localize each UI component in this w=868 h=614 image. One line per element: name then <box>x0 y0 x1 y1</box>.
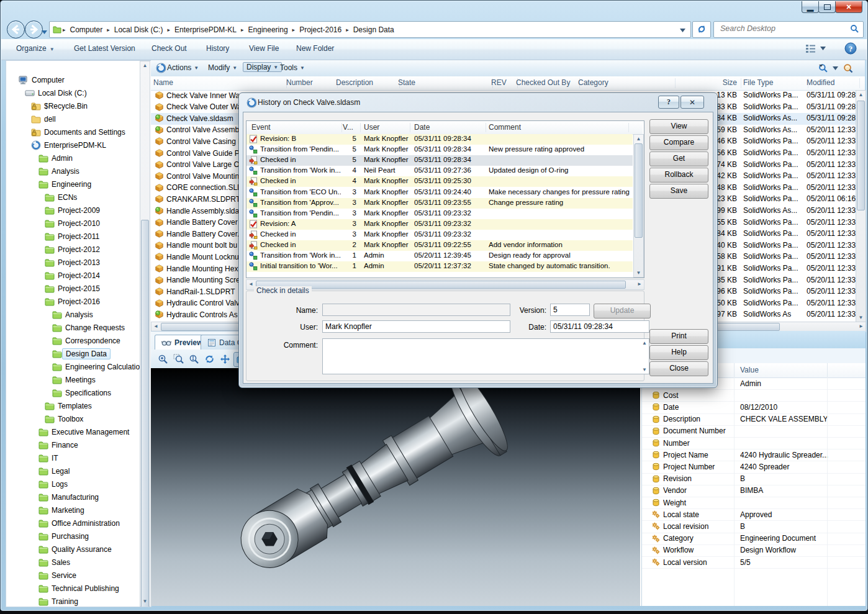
preview-tool-pan[interactable] <box>218 352 232 366</box>
column-header-modified[interactable]: Modified <box>807 78 860 88</box>
property-row[interactable]: Cost <box>642 389 866 402</box>
address-bar[interactable]: ▸Computer▸Local Disk (C:)▸EnterprisePDM-… <box>49 21 691 38</box>
tree-item-project-2015[interactable]: Project-2015 <box>45 282 100 295</box>
history-event-row[interactable]: Transition from 'Pendin...3Mark Knopfler… <box>246 209 633 219</box>
property-row[interactable]: VendorBIMBA <box>642 485 866 497</box>
breadcrumb-item[interactable]: Local Disk (C:) <box>111 25 167 34</box>
event-column-user[interactable]: User <box>364 123 410 132</box>
search-icon[interactable] <box>850 24 859 35</box>
history-event-row[interactable]: Transition from 'Pendin...5Mark Knopfler… <box>246 145 633 155</box>
history-event-row[interactable]: Checked in2Mark Knopfler05/31/11 09:22:5… <box>246 240 633 251</box>
compare-button[interactable]: Compare <box>649 135 708 150</box>
file-list-vscrollbar[interactable]: ▲ ▼ <box>856 90 866 323</box>
help-button[interactable]: Help <box>649 345 708 360</box>
property-row[interactable]: Local revisionB <box>642 520 866 533</box>
update-button[interactable]: Update <box>594 304 651 318</box>
menu-display[interactable]: Display▼ <box>243 62 282 72</box>
history-event-row[interactable]: Initial transition to 'Wor...1Admin05/20… <box>246 261 633 272</box>
address-dropdown-icon[interactable] <box>680 25 685 34</box>
tree-item-service[interactable]: Service <box>38 569 76 582</box>
tree-item-computer[interactable]: Computer <box>19 73 65 86</box>
tree-item-office-administration[interactable]: Office Administration <box>38 517 120 530</box>
tree-item-project-2014[interactable]: Project-2014 <box>45 269 100 282</box>
tree-item-project-2012[interactable]: Project-2012 <box>45 243 100 256</box>
dialog-help-button[interactable]: ? <box>658 96 679 109</box>
property-row[interactable]: Document Number <box>642 425 866 438</box>
tree-item-purchasing[interactable]: Purchasing <box>38 530 89 543</box>
tree-item-design-data[interactable]: Design Data <box>52 347 111 360</box>
menu-modify[interactable]: Modify▼ <box>208 63 237 72</box>
command-organize[interactable]: Organize▼ <box>16 44 55 53</box>
tree-item-admin[interactable]: Admin <box>38 151 73 165</box>
tree-item-local-disk-c-[interactable]: Local Disk (C:) <box>25 86 87 99</box>
property-row[interactable]: Project Number4240 Spreader <box>642 461 866 473</box>
tree-item-executive-management[interactable]: Executive Management <box>38 425 129 438</box>
command-history[interactable]: History <box>206 44 229 53</box>
history-event-row[interactable]: Checked in4Mark Knopfler05/31/11 09:25:3… <box>246 176 633 187</box>
column-header-file-type[interactable]: File Type <box>743 78 808 88</box>
tree-item-sales[interactable]: Sales <box>38 556 70 569</box>
command-new-folder[interactable]: New Folder <box>296 44 334 53</box>
comment-field[interactable] <box>322 338 649 374</box>
column-header-description[interactable]: Description <box>336 78 400 88</box>
property-row[interactable]: WorkflowDesign Workflow <box>642 544 866 557</box>
tree-item-analysis[interactable]: Analysis <box>38 165 79 178</box>
breadcrumb-item[interactable]: Engineering <box>245 25 292 34</box>
tree-item-it[interactable]: IT <box>38 451 58 464</box>
preview-tool-zoom-area[interactable] <box>171 352 185 366</box>
date-field[interactable] <box>550 320 649 333</box>
tree-item-dell[interactable]: dell <box>31 112 56 125</box>
tree-item-project-2011[interactable]: Project-2011 <box>45 230 99 243</box>
tree-item-engineering[interactable]: Engineering <box>38 178 91 191</box>
tree-item--recycle-bin[interactable]: $Recycle.Bin <box>31 99 88 112</box>
column-header-name[interactable]: Name <box>153 78 287 88</box>
column-header-checked-out-by[interactable]: Checked Out By <box>516 78 580 88</box>
menu-tools[interactable]: Tools▼ <box>280 63 305 72</box>
property-row[interactable]: CategoryEngineering Document <box>642 533 866 545</box>
tree-item-training[interactable]: Training <box>38 595 78 607</box>
tree-item-correspondence[interactable]: Correspondence <box>52 334 120 347</box>
column-header-size[interactable]: Size <box>677 78 741 88</box>
tree-item-enterprisepdm-kl[interactable]: EnterprisePDM-KL <box>31 138 106 151</box>
tree-item-specifications[interactable]: Specifications <box>52 386 111 399</box>
print-button[interactable]: Print <box>649 329 708 344</box>
menu-actions[interactable]: Actions▼ <box>167 63 199 72</box>
tree-scrollbar-thumb[interactable] <box>141 220 149 607</box>
tree-item-ecns[interactable]: ECNs <box>45 191 77 204</box>
dialog-close-button[interactable]: ✕ <box>680 96 704 109</box>
property-row[interactable]: RevisionB <box>642 473 866 485</box>
event-list-vscrollbar[interactable]: ▲ ▼ <box>633 134 644 278</box>
column-header-state[interactable]: State <box>398 78 493 88</box>
user-field[interactable] <box>322 320 510 333</box>
tree-item-project-2010[interactable]: Project-2010 <box>45 217 100 230</box>
tree-item-change-requests[interactable]: Change Requests <box>52 321 125 334</box>
tree-item-meetings[interactable]: Meetings <box>52 373 96 386</box>
property-row[interactable]: Local version5/5 <box>642 556 866 569</box>
name-field[interactable] <box>322 304 510 316</box>
history-event-row[interactable]: Revision: B5Mark Knopfler05/31/11 09:28:… <box>246 134 633 145</box>
command-view-file[interactable]: View File <box>249 44 279 53</box>
close-button[interactable]: Close <box>649 361 708 376</box>
breadcrumb-item[interactable]: EnterprisePDM-KL <box>171 25 240 34</box>
event-column-version[interactable]: V... <box>343 123 361 132</box>
event-column-event[interactable]: Event <box>251 123 342 132</box>
history-event-row[interactable]: Transition from 'ECO Un...3Mark Knopfler… <box>246 187 633 198</box>
tree-item-templates[interactable]: Templates <box>45 399 92 412</box>
forward-button[interactable] <box>25 20 43 38</box>
tree-item-legal[interactable]: Legal <box>38 464 70 477</box>
search-input[interactable] <box>719 24 846 34</box>
save-button[interactable]: Save <box>649 184 708 199</box>
property-row[interactable]: Date08/12/2010 <box>642 401 866 413</box>
tree-item-analysis[interactable]: Analysis <box>52 308 93 321</box>
tree-item-quality-assurance[interactable]: Quality Assurance <box>38 543 112 556</box>
tree-item-manufacturing[interactable]: Manufacturing <box>38 490 99 503</box>
tree-item-technical-publishing[interactable]: Technical Publishing <box>38 582 119 595</box>
command-get-latest-version[interactable]: Get Latest Version <box>74 44 135 53</box>
tree-item-logs[interactable]: Logs <box>38 477 68 490</box>
property-row[interactable]: Project Name4240 Hydraulic Spreader... <box>642 449 866 461</box>
tree-item-engineering-calculation[interactable]: Engineering Calculation <box>52 360 144 373</box>
property-row[interactable]: DescriptionCHECK VALE ASSEMBLY <box>642 413 866 426</box>
command-check-out[interactable]: Check Out <box>151 44 187 53</box>
nav-history-dropdown[interactable] <box>42 27 47 36</box>
history-event-row[interactable]: Checked in3Mark Knopfler05/31/11 09:23:3… <box>246 230 633 240</box>
